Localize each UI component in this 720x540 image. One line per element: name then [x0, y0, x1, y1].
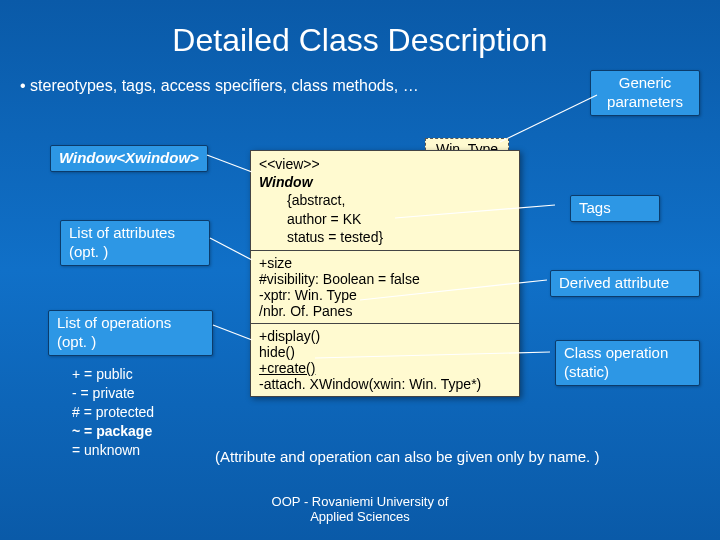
uml-tag-line3: status = tested} — [259, 228, 511, 246]
svg-line-3 — [210, 238, 252, 260]
uml-stereotype: <<view>> — [259, 155, 511, 173]
access-unknown: = unknown — [72, 441, 154, 460]
svg-line-2 — [207, 155, 252, 172]
label-list-ops-line1: List of operations — [57, 314, 204, 333]
uml-header-section: <<view>> Window {abstract, author = KK s… — [251, 151, 519, 251]
uml-attr-3: -xptr: Win. Type — [259, 287, 511, 303]
uml-op-1: +display() — [259, 328, 511, 344]
label-class-operation: Class operation (static) — [555, 340, 700, 386]
uml-attr-2: #visibility: Boolean = false — [259, 271, 511, 287]
uml-operations-section: +display() hide() +create() -attach. XWi… — [251, 324, 519, 396]
footer: OOP - Rovaniemi University of Applied Sc… — [0, 494, 720, 525]
access-package: ~ = package — [72, 422, 154, 441]
uml-tag-line1: {abstract, — [259, 191, 511, 209]
uml-op-4: -attach. XWindow(xwin: Win. Type*) — [259, 376, 511, 392]
label-list-attr-line2: (opt. ) — [69, 243, 201, 262]
access-public: + = public — [72, 365, 154, 384]
svg-line-0 — [500, 95, 597, 142]
svg-line-4 — [213, 325, 252, 340]
access-legend: + = public - = private # = protected ~ =… — [72, 365, 154, 459]
label-list-operations: List of operations (opt. ) — [48, 310, 213, 356]
caption-text: (Attribute and operation can also be giv… — [215, 448, 599, 465]
uml-tag-line2: author = KK — [259, 210, 511, 228]
uml-attributes-section: +size #visibility: Boolean = false -xptr… — [251, 251, 519, 324]
uml-attr-4: /nbr. Of. Panes — [259, 303, 511, 319]
label-class-op-line1: Class operation — [564, 344, 691, 363]
label-list-attr-line1: List of attributes — [69, 224, 201, 243]
uml-class-box: <<view>> Window {abstract, author = KK s… — [250, 150, 520, 397]
label-class-op-line2: (static) — [564, 363, 691, 382]
label-generic-parameters: Generic parameters — [590, 70, 700, 116]
footer-line2: Applied Sciences — [0, 509, 720, 525]
access-protected: # = protected — [72, 403, 154, 422]
uml-op-3: +create() — [259, 360, 511, 376]
uml-attr-1: +size — [259, 255, 511, 271]
access-private: - = private — [72, 384, 154, 403]
footer-line1: OOP - Rovaniemi University of — [0, 494, 720, 510]
label-tags: Tags — [570, 195, 660, 222]
label-window-class: Window<Xwindow> — [50, 145, 208, 172]
label-list-attributes: List of attributes (opt. ) — [60, 220, 210, 266]
label-list-ops-line2: (opt. ) — [57, 333, 204, 352]
uml-op-2: hide() — [259, 344, 511, 360]
page-title: Detailed Class Description — [0, 0, 720, 69]
label-derived-attribute: Derived attribute — [550, 270, 700, 297]
uml-class-name: Window — [259, 173, 511, 191]
